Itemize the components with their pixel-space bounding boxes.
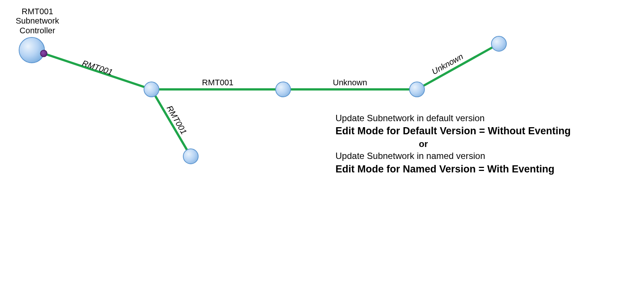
- node-3: [183, 149, 198, 164]
- info-line-1: Update Subnetwork in default version: [335, 112, 642, 124]
- info-line-2: Edit Mode for Default Version = Without …: [335, 124, 642, 138]
- edge-n1-to-n3: [151, 89, 191, 156]
- info-line-4: Edit Mode for Named Version = With Event…: [335, 162, 642, 176]
- node-1: [144, 82, 159, 97]
- info-block: Update Subnetwork in default version Edi…: [335, 112, 642, 176]
- controller-node: [19, 37, 45, 63]
- edge-label-e1: RMT001: [81, 58, 114, 77]
- info-or: or: [335, 138, 511, 150]
- info-line-3: Update Subnetwork in named version: [335, 150, 642, 162]
- edge-n4-to-n5: [417, 44, 499, 89]
- node-2: [276, 82, 291, 97]
- node-4: [410, 82, 424, 97]
- edge-label-e4: Unknown: [333, 78, 367, 87]
- edge-label-e2: RMT001: [202, 78, 233, 87]
- controller-subnode: [40, 50, 47, 57]
- node-5: [491, 36, 506, 51]
